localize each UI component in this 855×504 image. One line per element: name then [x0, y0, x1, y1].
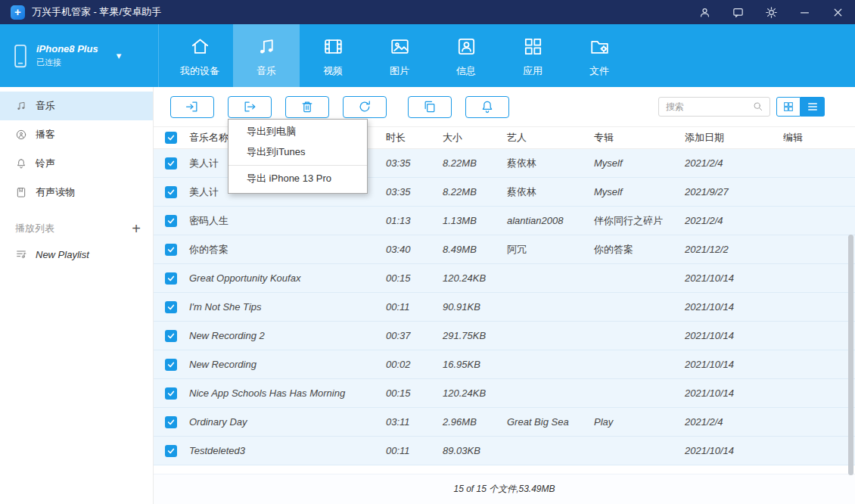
- settings-gear-icon[interactable]: [764, 5, 778, 19]
- table-row[interactable]: Great Opportunity Koufax 00:15 120.24KB …: [154, 264, 855, 293]
- cell-artist: [504, 264, 591, 293]
- cell-album: [591, 264, 682, 293]
- view-toggle: [776, 97, 825, 117]
- table-row[interactable]: 密码人生 01:13 1.13MB alantian2008 伴你同行之碎片 2…: [154, 207, 855, 235]
- vertical-scrollbar[interactable]: [848, 235, 853, 475]
- row-checkbox[interactable]: [165, 387, 177, 400]
- cell-size: 89.03KB: [440, 437, 504, 465]
- column-header-edit[interactable]: 编辑: [780, 127, 855, 149]
- cell-date-added: 2021/12/2: [682, 235, 780, 264]
- menu-item-export-to-pc[interactable]: 导出到电脑: [229, 122, 367, 142]
- cell-album: Play: [591, 408, 682, 437]
- search-box: [658, 97, 770, 117]
- phone-icon: [12, 43, 29, 69]
- ringtone-maker-button[interactable]: [465, 96, 509, 118]
- cell-album: Myself: [591, 149, 682, 178]
- cell-size: 16.95KB: [440, 350, 504, 379]
- table-row[interactable]: 你的答案 03:40 8.49MB 阿冗 你的答案 2021/12/2: [154, 235, 855, 264]
- table-row[interactable]: New Recording 00:02 16.95KB 2021/10/14: [154, 350, 855, 379]
- cell-date-added: 2021/2/4: [682, 408, 780, 437]
- cell-size: 8.22MB: [440, 178, 504, 207]
- menu-item-export-to-iphone[interactable]: 导出 iPhone 13 Pro: [229, 165, 367, 191]
- list-view-icon: [807, 101, 819, 113]
- close-icon[interactable]: [831, 5, 844, 19]
- menu-item-export-to-itunes[interactable]: 导出到iTunes: [229, 142, 367, 163]
- column-header-artist[interactable]: 艺人: [504, 127, 591, 149]
- delete-button[interactable]: [285, 96, 329, 118]
- nav-tab-apps[interactable]: 应用: [499, 24, 566, 87]
- export-icon: [242, 99, 257, 114]
- cell-music-name: New Recording: [186, 350, 383, 379]
- account-icon[interactable]: [698, 5, 711, 19]
- table-row[interactable]: Nice App Schools Has Has Morning 00:15 1…: [154, 379, 855, 408]
- search-input[interactable]: [666, 101, 748, 112]
- minimize-icon[interactable]: [797, 5, 811, 19]
- cell-duration: 01:13: [383, 207, 440, 235]
- cell-music-name: Great Opportunity Koufax: [186, 264, 383, 293]
- cell-edit: [780, 207, 855, 235]
- cell-artist: 蔡依林: [504, 178, 591, 207]
- sidebar-item-new-playlist[interactable]: New Playlist: [0, 240, 153, 269]
- column-header-album[interactable]: 专辑: [591, 127, 682, 149]
- search-icon[interactable]: [752, 101, 764, 113]
- row-checkbox[interactable]: [165, 359, 177, 371]
- nav-tab-information[interactable]: 信息: [433, 24, 499, 87]
- cell-size: 1.13MB: [440, 207, 504, 235]
- row-checkbox[interactable]: [165, 186, 177, 198]
- cell-date-added: 2021/10/14: [682, 350, 780, 379]
- deduplicate-button[interactable]: [408, 96, 452, 118]
- nav-tab-video[interactable]: 视频: [300, 24, 366, 87]
- cell-duration: 00:02: [383, 350, 440, 379]
- table-row[interactable]: I'm Not She Tips 00:11 90.91KB 2021/10/1…: [154, 293, 855, 322]
- cell-date-added: 2021/10/14: [682, 379, 780, 408]
- cell-date-added: 2021/10/14: [682, 322, 780, 350]
- table-row[interactable]: Ordinary Day 03:11 2.96MB Great Big Sea …: [154, 408, 855, 437]
- cell-music-name: Testdeleted3: [186, 437, 383, 465]
- cell-size: 120.24KB: [440, 264, 504, 293]
- column-header-duration[interactable]: 时长: [383, 127, 440, 149]
- sidebar-item-ringtone[interactable]: 铃声: [0, 149, 153, 178]
- film-icon: [322, 36, 344, 58]
- row-checkbox[interactable]: [165, 215, 177, 227]
- row-checkbox[interactable]: [165, 416, 177, 428]
- nav-tab-photos[interactable]: 图片: [366, 24, 433, 87]
- contact-card-icon: [455, 36, 477, 58]
- device-status: 已连接: [36, 57, 98, 68]
- list-view-button[interactable]: [801, 97, 825, 117]
- column-header-size[interactable]: 大小: [440, 127, 504, 149]
- playlists-header-label: 播放列表: [15, 222, 54, 235]
- table-row[interactable]: New Recording 2 00:37 291.75KB 2021/10/1…: [154, 322, 855, 350]
- refresh-button[interactable]: [343, 96, 387, 118]
- row-checkbox[interactable]: [165, 244, 177, 256]
- music-table-body: 美人计 03:35 8.22MB 蔡依林 Myself 2021/2/4 美人计…: [154, 149, 855, 465]
- row-checkbox[interactable]: [165, 272, 177, 285]
- column-header-date[interactable]: 添加日期: [682, 127, 780, 149]
- row-checkbox[interactable]: [165, 157, 177, 170]
- sidebar-item-audiobooks[interactable]: 有声读物: [0, 178, 153, 207]
- cell-artist: Great Big Sea: [504, 408, 591, 437]
- select-all-checkbox[interactable]: [165, 132, 177, 144]
- row-checkbox[interactable]: [165, 330, 177, 342]
- nav-tab-my-device[interactable]: 我的设备: [166, 24, 233, 87]
- nav-tab-music[interactable]: 音乐: [233, 24, 300, 87]
- table-row[interactable]: Testdeleted3 00:11 89.03KB 2021/10/14: [154, 437, 855, 465]
- sidebar-item-music[interactable]: 音乐: [0, 92, 153, 120]
- cell-music-name: 你的答案: [186, 235, 383, 264]
- export-button[interactable]: [228, 96, 272, 118]
- add-playlist-button[interactable]: +: [132, 221, 141, 236]
- row-checkbox[interactable]: [165, 301, 177, 313]
- nav-tab-files[interactable]: 文件: [566, 24, 633, 87]
- cell-duration: 03:35: [383, 178, 440, 207]
- device-selector[interactable]: iPhone8 Plus 已连接 ▾: [0, 24, 159, 87]
- import-button[interactable]: [170, 96, 214, 118]
- app-window: + 万兴手机管家 - 苹果/安卓助手 iPhone8 Plus: [0, 0, 855, 504]
- sidebar-item-podcast[interactable]: 播客: [0, 120, 153, 149]
- cell-artist: 蔡依林: [504, 149, 591, 178]
- cell-duration: 03:35: [383, 149, 440, 178]
- cell-date-added: 2021/10/14: [682, 437, 780, 465]
- grid-view-button[interactable]: [776, 97, 801, 117]
- row-checkbox[interactable]: [165, 445, 177, 457]
- copy-icon: [422, 99, 437, 114]
- device-dropdown-arrow-icon[interactable]: ▾: [117, 50, 122, 61]
- feedback-icon[interactable]: [731, 5, 745, 19]
